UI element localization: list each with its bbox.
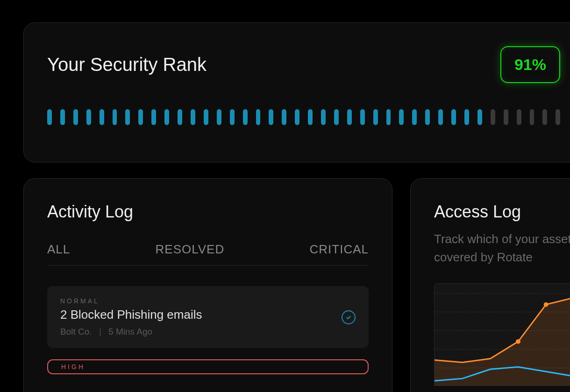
- progress-tick: [113, 109, 117, 125]
- activity-time: 5 Mins Ago: [108, 327, 152, 336]
- progress-tick: [542, 109, 547, 125]
- check-circle-icon: [342, 310, 356, 324]
- progress-tick: [308, 109, 313, 125]
- meta-divider: |: [99, 327, 101, 336]
- activity-tabs: ALL RESOLVED CRITICAL: [47, 242, 369, 266]
- progress-tick: [373, 109, 378, 125]
- access-log-subtitle: Track which of your assets are covered b…: [434, 230, 570, 266]
- progress-tick: [60, 109, 65, 125]
- progress-tick: [178, 109, 182, 125]
- progress-tick: [138, 109, 143, 125]
- activity-description: 2 Blocked Phishing emails: [60, 308, 342, 322]
- progress-tick: [295, 109, 299, 125]
- tab-resolved[interactable]: RESOLVED: [156, 242, 225, 257]
- tab-critical[interactable]: CRITICAL: [310, 242, 369, 257]
- rank-progress-bar: [47, 109, 560, 125]
- access-log-title: Access Log: [434, 202, 570, 222]
- progress-tick: [425, 109, 430, 125]
- progress-tick: [243, 109, 248, 125]
- progress-tick: [256, 109, 261, 125]
- activity-log-card: Activity Log ALL RESOLVED CRITICAL NORMA…: [23, 178, 392, 392]
- activity-item-content: HIGH: [61, 363, 355, 371]
- progress-tick: [204, 109, 208, 125]
- activity-source: Bolt Co.: [60, 327, 92, 336]
- progress-tick: [269, 109, 273, 125]
- progress-tick: [504, 109, 508, 125]
- progress-tick: [347, 109, 352, 125]
- progress-tick: [334, 109, 339, 125]
- progress-tick: [451, 109, 456, 125]
- activity-list: NORMAL 2 Blocked Phishing emails Bolt Co…: [47, 286, 369, 374]
- progress-tick: [477, 109, 482, 125]
- progress-tick: [100, 109, 104, 125]
- progress-tick: [399, 109, 404, 125]
- chart-svg: [435, 284, 570, 385]
- progress-tick: [282, 109, 286, 125]
- progress-tick: [530, 109, 534, 125]
- progress-tick: [556, 109, 560, 125]
- activity-log-title: Activity Log: [47, 202, 369, 222]
- progress-tick: [230, 109, 235, 125]
- security-rank-card: Your Security Rank 91%: [23, 22, 570, 162]
- progress-tick: [386, 109, 391, 125]
- progress-tick: [360, 109, 365, 125]
- progress-tick: [86, 109, 91, 125]
- tab-all[interactable]: ALL: [47, 242, 70, 257]
- progress-tick: [464, 109, 469, 125]
- access-log-card: Access Log Track which of your assets ar…: [410, 178, 570, 392]
- progress-tick: [438, 109, 443, 125]
- chart-point-icon: [544, 302, 549, 307]
- progress-tick: [151, 109, 156, 125]
- access-chart: [434, 283, 570, 386]
- progress-tick: [164, 109, 169, 125]
- rank-header: Your Security Rank 91%: [47, 46, 560, 83]
- activity-item[interactable]: NORMAL 2 Blocked Phishing emails Bolt Co…: [47, 286, 369, 348]
- progress-tick: [191, 109, 195, 125]
- activity-item-content: NORMAL 2 Blocked Phishing emails Bolt Co…: [60, 297, 342, 337]
- progress-tick: [47, 109, 52, 125]
- activity-meta: Bolt Co. | 5 Mins Ago: [60, 327, 342, 337]
- progress-tick: [73, 109, 78, 125]
- progress-tick: [517, 109, 521, 125]
- activity-item[interactable]: HIGH: [47, 359, 369, 374]
- severity-label: NORMAL: [60, 297, 342, 305]
- progress-tick: [412, 109, 417, 125]
- progress-tick: [217, 109, 221, 125]
- progress-tick: [125, 109, 130, 125]
- chart-point-icon: [516, 339, 520, 344]
- severity-label: HIGH: [61, 363, 355, 371]
- rank-title: Your Security Rank: [47, 54, 207, 75]
- progress-tick: [491, 109, 495, 125]
- rank-score-badge: 91%: [500, 46, 560, 83]
- progress-tick: [321, 109, 326, 125]
